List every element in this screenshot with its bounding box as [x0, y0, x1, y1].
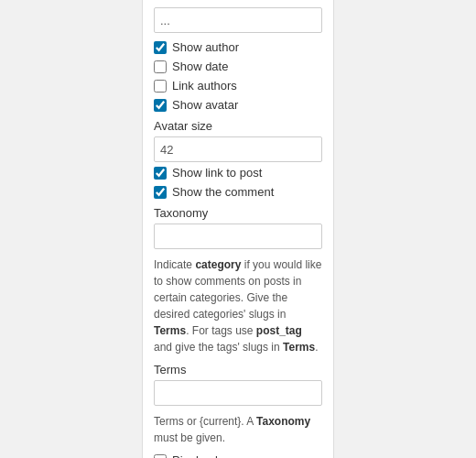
terms-input[interactable]	[154, 380, 322, 406]
link-authors-checkbox[interactable]	[154, 80, 167, 93]
terms-label: Terms	[154, 363, 322, 376]
link-authors-row: Link authors	[154, 79, 322, 93]
ellipsis-input[interactable]	[154, 7, 322, 33]
ellipsis-row	[154, 7, 322, 33]
show-date-checkbox[interactable]	[154, 60, 167, 73]
avatar-size-section: Avatar size	[154, 119, 322, 166]
show-avatar-row: Show avatar	[154, 98, 322, 112]
pingbacks-row: Pingbacks	[154, 453, 322, 458]
show-avatar-checkbox[interactable]	[154, 99, 167, 112]
avatar-size-input[interactable]	[154, 136, 322, 162]
show-link-label[interactable]: Show link to post	[172, 166, 262, 180]
show-author-row: Show author	[154, 40, 322, 54]
show-comment-row: Show the comment	[154, 185, 322, 199]
page-container: Show author Show date Link authors Show …	[0, 0, 476, 458]
show-date-label[interactable]: Show date	[172, 60, 228, 73]
taxonomy-input[interactable]	[154, 224, 322, 249]
pingbacks-checkbox[interactable]	[154, 454, 167, 459]
show-comment-checkbox[interactable]	[154, 186, 167, 199]
show-link-checkbox[interactable]	[154, 167, 167, 180]
show-avatar-label[interactable]: Show avatar	[172, 98, 238, 112]
show-comment-label[interactable]: Show the comment	[172, 185, 274, 199]
show-link-row: Show link to post	[154, 166, 322, 180]
widget-panel: Show author Show date Link authors Show …	[142, 0, 334, 458]
avatar-size-label: Avatar size	[154, 119, 322, 133]
taxonomy-section: Taxonomy Indicate category if you would …	[154, 206, 322, 355]
terms-section: Terms Terms or {current}. A Taxonomy mus…	[154, 363, 322, 446]
terms-help: Terms or {current}. A Taxonomy must be g…	[154, 413, 322, 446]
taxonomy-help: Indicate category if you would like to s…	[154, 256, 322, 355]
pingbacks-label[interactable]: Pingbacks	[172, 453, 227, 458]
link-authors-label[interactable]: Link authors	[172, 79, 237, 93]
show-author-checkbox[interactable]	[154, 41, 167, 54]
show-author-label[interactable]: Show author	[172, 40, 239, 54]
show-date-row: Show date	[154, 60, 322, 73]
taxonomy-label: Taxonomy	[154, 206, 322, 220]
